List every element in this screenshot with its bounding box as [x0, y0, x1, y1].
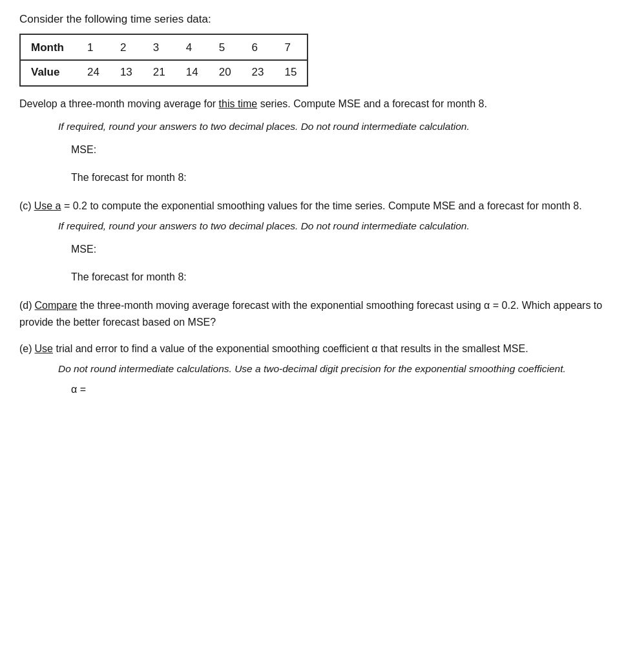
value-3: 21 [143, 60, 176, 86]
part-c-forecast: The forecast for month 8: [71, 268, 607, 287]
part-b-instruction: If required, round your answers to two d… [58, 119, 607, 135]
part-c-desc: = 0.2 to compute the exponential smoothi… [61, 200, 581, 211]
month-2: 2 [110, 34, 143, 60]
part-b-mse: MSE: [71, 141, 607, 160]
intro-text: Consider the following time series data: [19, 13, 607, 26]
part-c-label: (c) [19, 200, 32, 211]
part-b-desc2: series. Compute MSE and a forecast for m… [257, 98, 487, 109]
part-b-block: Develop a three-month moving average for… [19, 96, 607, 187]
part-b-description: Develop a three-month moving average for… [19, 96, 607, 112]
value-7: 15 [275, 60, 308, 86]
part-e-link: Use [35, 343, 53, 354]
month-4: 4 [176, 34, 209, 60]
part-d-header: (d)Compare the three-month moving averag… [19, 297, 607, 330]
part-e-header: (e)Use trial and error to find a value o… [19, 341, 607, 357]
part-e-desc: trial and error to find a value of the e… [53, 343, 528, 354]
month-7: 7 [275, 34, 308, 60]
month-3: 3 [143, 34, 176, 60]
part-d-block: (d)Compare the three-month moving averag… [19, 297, 607, 330]
value-2: 13 [110, 60, 143, 86]
table-row-months: Month 1 2 3 4 5 6 7 [20, 34, 308, 60]
part-c-header: (c)Use a = 0.2 to compute the exponentia… [19, 198, 607, 215]
table-row-values: Value 24 13 21 14 20 23 15 [20, 60, 308, 86]
this-time-link: this time [219, 98, 258, 109]
value-6: 23 [242, 60, 275, 86]
part-e-label: (e) [19, 343, 32, 354]
value-5: 20 [209, 60, 242, 86]
part-e-instruction: Do not round intermediate calculations. … [58, 361, 607, 377]
part-c-link: Use a [34, 200, 61, 211]
value-1: 24 [77, 60, 110, 86]
part-d-link: Compare [35, 300, 78, 311]
part-d-label: (d) [19, 300, 32, 311]
part-d-desc: the three-month moving average forecast … [19, 300, 602, 328]
month-1: 1 [77, 34, 110, 60]
value-4: 14 [176, 60, 209, 86]
part-c-block: (c)Use a = 0.2 to compute the exponentia… [19, 198, 607, 287]
part-c-mse: MSE: [71, 240, 607, 259]
part-e-alpha: α = [71, 384, 607, 395]
month-label: Month [20, 34, 77, 60]
value-label: Value [20, 60, 77, 86]
part-b-desc1: Develop a three-month moving average for [19, 98, 219, 109]
part-b-forecast: The forecast for month 8: [71, 169, 607, 187]
data-table: Month 1 2 3 4 5 6 7 Value 24 13 21 14 20… [19, 34, 308, 87]
part-e-block: (e)Use trial and error to find a value o… [19, 341, 607, 395]
month-6: 6 [242, 34, 275, 60]
month-5: 5 [209, 34, 242, 60]
part-c-instruction: If required, round your answers to two d… [58, 218, 607, 235]
